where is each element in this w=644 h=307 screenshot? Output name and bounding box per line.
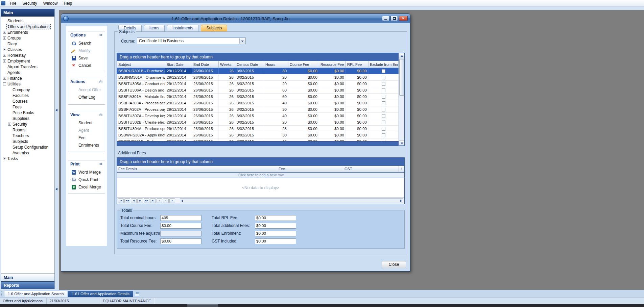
panel-action-item[interactable]: Excel Merge — [68, 183, 105, 191]
tree-expand-icon[interactable]: + — [3, 36, 6, 40]
grid-navigator-button[interactable]: |◀ — [118, 198, 124, 203]
group-by-panel[interactable]: Drag a column header here to group by th… — [117, 53, 404, 61]
panel-action-item[interactable]: Agent — [68, 127, 105, 134]
column-header[interactable]: Course Fee — [288, 61, 319, 68]
sidebar-item[interactable]: Company — [1, 87, 54, 93]
panel-action-item[interactable]: Search — [68, 40, 105, 47]
tree-expand-icon[interactable] — [8, 140, 11, 143]
sidebar-item[interactable]: Students — [1, 18, 54, 24]
totals-field[interactable]: $0.00 — [255, 223, 296, 229]
sidebar-item[interactable]: Faculties — [1, 93, 54, 98]
grid-navigator-button[interactable]: ◀◀ — [124, 198, 130, 203]
tree-expand-icon[interactable] — [8, 146, 11, 149]
toolbar-grip[interactable] — [1, 291, 2, 296]
minimize-button[interactable] — [382, 16, 389, 21]
exclude-checkbox[interactable] — [382, 121, 385, 124]
sidebar-item[interactable]: Setup Configuration — [1, 144, 54, 150]
panel-action-item[interactable]: Student — [68, 119, 105, 127]
totals-field[interactable]: $0.00 — [255, 215, 296, 221]
scroll-right-icon[interactable] — [400, 200, 402, 202]
totals-field[interactable]: $0.00 — [255, 238, 296, 244]
table-row[interactable]: BSBWHS302A - Apply knowled 29/12/2014 26… — [117, 132, 399, 138]
panel-action-item[interactable]: Offer Log — [68, 94, 105, 101]
column-customize-icon[interactable]: / — [399, 166, 404, 172]
splitter-collapse-icon[interactable] — [55, 188, 57, 190]
sidebar-item[interactable]: + Employment — [1, 58, 54, 64]
table-row[interactable]: BSBINM301A - Organise workp 29/12/2014 2… — [117, 74, 399, 81]
panel-action-item[interactable]: Word Merge — [68, 169, 105, 176]
tree-expand-icon[interactable]: + — [3, 48, 6, 51]
sidebar-tab-reports[interactable]: Reports — [1, 281, 54, 289]
tab[interactable]: Items — [144, 25, 165, 31]
grid-navigator-button[interactable]: ▶ — [137, 198, 143, 203]
sidebar-item[interactable]: + Tasks — [1, 156, 54, 161]
tree-expand-icon[interactable]: + — [3, 77, 6, 80]
sidebar-item[interactable]: Price Books — [1, 110, 54, 116]
table-row[interactable]: BSBITU302B - Create electron 29/12/2014 … — [117, 119, 399, 126]
maximize-button[interactable] — [390, 16, 398, 21]
column-header[interactable]: Census Date — [235, 61, 264, 68]
tree-expand-icon[interactable]: + — [3, 59, 6, 62]
sidebar-item[interactable]: Airport Transfers — [1, 64, 54, 70]
panel-action-item[interactable]: Save — [68, 54, 105, 62]
tree-expand-icon[interactable]: + — [3, 54, 6, 57]
column-header[interactable]: Start Date — [165, 61, 192, 68]
exclude-checkbox[interactable] — [382, 76, 385, 79]
exclude-checkbox[interactable] — [382, 114, 385, 118]
tree-expand-icon[interactable] — [3, 42, 6, 45]
tree-expand-icon[interactable] — [8, 111, 11, 114]
totals-field[interactable]: $0.00 — [255, 231, 296, 236]
sidebar-item[interactable]: - Utilities — [1, 81, 54, 87]
panel-action-item[interactable]: Enrolments — [68, 142, 105, 149]
grid-navigator-button[interactable]: ▶▶ — [144, 198, 149, 203]
column-header[interactable]: Fee — [277, 166, 343, 172]
table-row[interactable]: BSBFIA303A - Process accoun 29/12/2014 2… — [117, 100, 399, 106]
close-window-button[interactable]: ✕ — [399, 16, 408, 21]
sidebar-item[interactable]: Diary — [1, 41, 54, 47]
scrollbar-thumb[interactable] — [399, 59, 404, 96]
exclude-checkbox[interactable] — [382, 101, 385, 105]
column-header[interactable]: Resource Fee — [319, 61, 346, 68]
tree-expand-icon[interactable] — [3, 71, 6, 74]
window-titlebar[interactable]: 1.61 Offer and Application Details - 120… — [61, 14, 410, 23]
menu-item[interactable]: Help — [61, 0, 75, 6]
grid-navigator-button[interactable]: ▶| — [150, 198, 156, 203]
column-header[interactable]: Exclude from Enr — [368, 61, 399, 68]
sidebar-item[interactable]: Courses — [1, 98, 54, 104]
column-header[interactable]: GST — [343, 166, 399, 172]
collapse-chevron-icon[interactable] — [99, 33, 103, 36]
tab[interactable]: Subjects — [201, 25, 227, 31]
panel-action-item[interactable]: Fee — [68, 134, 105, 142]
table-row[interactable]: BSBFIA302A - Process payroll 29/12/2014 … — [117, 106, 399, 113]
sidebar-item[interactable]: Subjects — [1, 138, 54, 144]
menu-item[interactable]: Window — [40, 0, 61, 6]
os-taskbar-button[interactable] — [187, 304, 218, 307]
collapse-chevron-icon[interactable] — [99, 80, 103, 83]
tree-expand-icon[interactable] — [8, 105, 11, 108]
sidebar-item[interactable]: Teachers — [1, 133, 54, 138]
exclude-checkbox[interactable] — [382, 133, 385, 137]
exclude-checkbox[interactable] — [382, 95, 385, 99]
column-header[interactable]: Fee Details — [117, 166, 277, 172]
sidebar-item[interactable]: Fees — [1, 104, 54, 110]
window-tab[interactable]: 1.6 Offer and Application Search — [4, 291, 67, 297]
tree-expand-icon[interactable]: + — [8, 123, 11, 126]
sidebar-item[interactable]: Avetmiss — [1, 150, 54, 156]
tree-expand-icon[interactable] — [3, 65, 6, 68]
collapse-chevron-icon[interactable] — [99, 113, 103, 116]
tree-expand-icon[interactable] — [3, 25, 6, 28]
tree-expand-icon[interactable] — [8, 94, 11, 97]
exclude-checkbox[interactable] — [382, 82, 385, 86]
exclude-checkbox[interactable] — [382, 127, 385, 131]
table-row[interactable]: BSBFIA301A - Maintain financi 29/12/2014… — [117, 94, 399, 100]
sidebar-item[interactable]: + Groups — [1, 35, 54, 41]
sidebar-item[interactable]: + Homestay — [1, 52, 54, 58]
tree-expand-icon[interactable]: + — [3, 31, 6, 34]
tree-expand-icon[interactable] — [8, 117, 11, 120]
menu-item[interactable]: File — [7, 0, 19, 6]
tree-expand-icon[interactable]: - — [3, 82, 6, 85]
table-row[interactable]: BSBITU307A - Develop keyboa 29/12/2014 2… — [117, 113, 399, 119]
tree-expand-icon[interactable] — [8, 88, 11, 91]
horizontal-scrollbar[interactable] — [180, 198, 403, 203]
tree-expand-icon[interactable] — [8, 134, 11, 137]
